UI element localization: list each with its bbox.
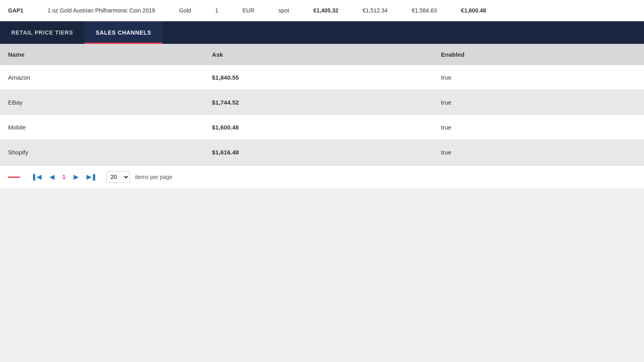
first-page-button[interactable]: ❚◀ xyxy=(29,172,44,182)
table-row: EBay$1,744.52true xyxy=(0,90,644,115)
cell-enabled: true xyxy=(433,65,644,90)
product-price2: €1,512.34 xyxy=(363,7,388,14)
items-per-page-select[interactable]: 20 50 100 xyxy=(106,171,130,183)
col-header-name: Name xyxy=(0,44,204,65)
pagination-indicator xyxy=(8,177,20,178)
next-page-button[interactable]: ▶ xyxy=(71,172,81,182)
product-metal: Gold xyxy=(179,7,191,14)
product-info-row: GAP1 1 oz Gold Austrian Philharmonic Coi… xyxy=(0,0,644,21)
table-header-row: Name Ask Enabled xyxy=(0,44,644,65)
cell-enabled: true xyxy=(433,140,644,165)
product-currency: EUR xyxy=(242,7,254,14)
product-name: 1 oz Gold Austrian Philharmonic Coin 201… xyxy=(47,7,155,14)
cell-enabled: true xyxy=(433,115,644,140)
product-id: GAP1 xyxy=(8,7,23,14)
table-row: Amazon$1,840.55true xyxy=(0,65,644,90)
items-per-page-label: items per page xyxy=(135,174,173,180)
cell-enabled: true xyxy=(433,90,644,115)
tab-retail-price-tiers[interactable]: RETAIL PRICE TIERS xyxy=(0,21,85,44)
tab-sales-channels[interactable]: SALES CHANNELS xyxy=(85,21,163,44)
cell-name: Amazon xyxy=(0,65,204,90)
prev-page-button[interactable]: ◀ xyxy=(47,172,57,182)
col-header-enabled: Enabled xyxy=(433,44,644,65)
cell-name: Mobile xyxy=(0,115,204,140)
pagination-bar: ❚◀ ◀ 1 ▶ ▶❚ 20 50 100 items per page xyxy=(0,165,644,188)
cell-name: EBay xyxy=(0,90,204,115)
cell-ask: $1,600.48 xyxy=(204,115,433,140)
tab-bar: RETAIL PRICE TIERS SALES CHANNELS xyxy=(0,21,644,44)
cell-ask: $1,744.52 xyxy=(204,90,433,115)
table-row: Shopify$1,616.48true xyxy=(0,140,644,165)
product-pricing: spot xyxy=(279,7,289,14)
last-page-button[interactable]: ▶❚ xyxy=(84,172,99,182)
cell-ask: $1,840.55 xyxy=(204,65,433,90)
product-price1: €1,405.32 xyxy=(313,7,338,14)
product-quantity: 1 xyxy=(215,7,219,14)
product-price4: €1,600.48 xyxy=(461,7,486,14)
cell-ask: $1,616.48 xyxy=(204,140,433,165)
sales-channels-table-wrapper: Name Ask Enabled Amazon$1,840.55trueEBay… xyxy=(0,44,644,188)
product-price3: €1,584.63 xyxy=(412,7,437,14)
cell-name: Shopify xyxy=(0,140,204,165)
current-page: 1 xyxy=(60,174,68,180)
table-row: Mobile$1,600.48true xyxy=(0,115,644,140)
sales-channels-table: Name Ask Enabled Amazon$1,840.55trueEBay… xyxy=(0,44,644,165)
col-header-ask: Ask xyxy=(204,44,433,65)
